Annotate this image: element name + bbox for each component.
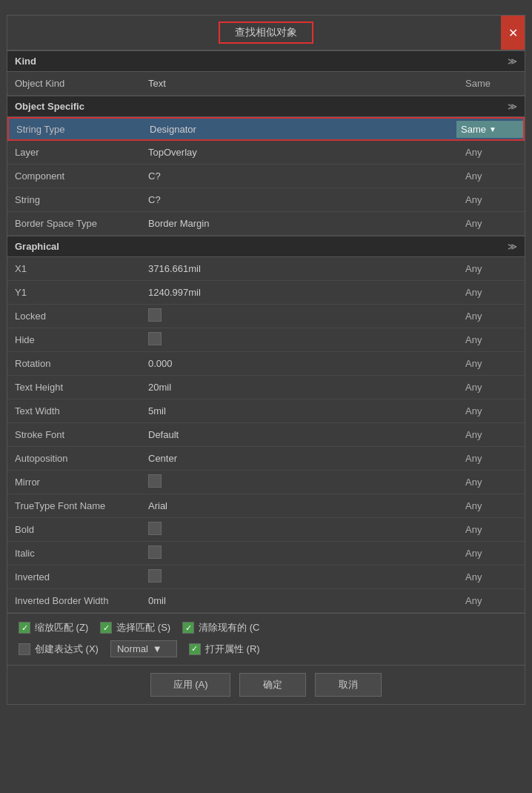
open-props-checkbox[interactable]: ✓ [189,643,201,655]
row-label: Autoposition [7,450,141,467]
table-row-inverted-border-width: Inverted Border Width 0mil Any [7,589,525,613]
clear-existing-check[interactable]: ✓ 清除现有的 (C [182,621,259,634]
select-match-checkbox[interactable]: ✓ [100,622,112,634]
create-expr-checkbox[interactable] [19,643,30,655]
row-qualifier: Any [458,355,525,372]
zoom-match-label: 缩放匹配 (Z) [35,621,88,634]
title-bar: 查找相似对象 ✕ [7,16,525,50]
row-value: 1240.997mil [141,284,458,301]
row-value: Default [141,426,458,443]
row-value-checkbox [141,543,458,564]
row-qualifier: Any [458,284,525,301]
zoom-match-check[interactable]: ✓ 缩放匹配 (Z) [19,621,88,634]
section-graphical: Graphical ≫ [7,236,525,257]
row-value: 20mil [141,379,458,396]
normal-dropdown[interactable]: Normal ▼ [110,640,177,657]
dialog-title: 查找相似对象 [219,21,313,44]
dropdown-value: Normal [117,643,148,654]
table-row-hide: Hide Any [7,328,525,352]
checkbox-locked[interactable] [148,308,162,322]
dropdown-arrow-icon[interactable]: ▼ [489,125,496,133]
row-value: Text [141,75,458,92]
collapse-object-specific-icon[interactable]: ≫ [508,102,517,112]
row-label: Text Width [7,402,141,419]
row-qualifier: Any [458,402,525,419]
row-qualifier-same[interactable]: Same ▼ [456,121,523,138]
collapse-kind-icon[interactable]: ≫ [508,56,517,67]
table-row-truetype-font: TrueType Font Name Arial Any [7,494,525,518]
row-qualifier: Any [458,331,525,348]
row-label: Rotation [7,355,141,372]
row-label: Mirror [7,474,141,491]
row-label: String Type [9,121,142,138]
row-value: Designator [142,121,456,138]
row-value: 0.000 [141,355,458,372]
apply-button[interactable]: 应用 (A) [150,673,231,697]
row-value: C? [141,167,458,185]
row-value: 5mil [141,402,458,419]
table-row-layer: Layer TopOverlay Any [7,141,525,165]
row-qualifier: Any [458,568,525,585]
checkbox-mirror[interactable] [148,474,162,488]
row-label: Locked [7,308,141,325]
table-row-inverted: Inverted Any [7,565,525,589]
row-qualifier: Any [458,426,525,443]
content-area: Kind ≫ Object Kind Text Same Object Spec… [7,50,525,613]
checkbox-italic[interactable] [148,545,162,559]
open-props-check[interactable]: ✓ 打开属性 (R) [189,643,260,656]
row-label: Inverted Border Width [7,592,141,609]
clear-existing-label: 清除现有的 (C [199,621,259,634]
row-label: Inverted [7,568,141,585]
row-label: Text Height [7,379,141,396]
open-props-label: 打开属性 (R) [205,643,260,656]
toolbar-row-2: 创建表达式 (X) Normal ▼ ✓ 打开属性 (R) [19,640,513,657]
ok-button[interactable]: 确定 [239,673,306,697]
table-row-bold: Bold Any [7,518,525,542]
main-dialog: 查找相似对象 ✕ Kind ≫ Object Kind Text Same Ob… [7,15,525,705]
row-label: Hide [7,331,141,348]
cancel-button[interactable]: 取消 [315,673,382,697]
table-row-italic: Italic Any [7,542,525,565]
row-qualifier: Any [458,545,525,562]
table-row-mirror: Mirror Any [7,471,525,494]
row-label: String [7,191,141,208]
table-row-text-height: Text Height 20mil Any [7,376,525,399]
row-value-checkbox [141,305,458,327]
row-label: Component [7,167,141,185]
row-value: Arial [141,497,458,514]
bottom-toolbar: ✓ 缩放匹配 (Z) ✓ 选择匹配 (S) ✓ 清除现有的 (C 创建表达式 (… [7,613,525,665]
create-expr-label: 创建表达式 (X) [35,643,99,656]
table-row-string-type: String Type Designator Same ▼ [7,117,525,141]
table-row-border-space-type: Border Space Type Border Margin Any [7,212,525,236]
checkbox-bold[interactable] [148,522,162,535]
qualifier-label: Same [461,124,486,135]
row-qualifier: Any [458,450,525,467]
row-label: TrueType Font Name [7,497,141,514]
close-button[interactable]: ✕ [501,16,525,50]
checkbox-hide[interactable] [148,332,162,345]
zoom-match-checkbox[interactable]: ✓ [19,622,30,634]
row-value: TopOverlay [141,144,458,161]
checkbox-inverted[interactable] [148,569,162,583]
table-row: Object Kind Text Same [7,72,525,96]
select-match-check[interactable]: ✓ 选择匹配 (S) [100,621,170,634]
collapse-graphical-icon[interactable]: ≫ [508,242,517,252]
section-kind: Kind ≫ [7,50,525,72]
row-qualifier: Any [458,379,525,396]
table-row-x1: X1 3716.661mil Any [7,257,525,281]
row-value-checkbox [141,519,458,540]
section-object-specific-label: Object Specific [15,101,84,112]
row-value-checkbox [141,329,458,351]
table-row-stroke-font: Stroke Font Default Any [7,423,525,447]
row-value-checkbox [141,471,458,493]
row-qualifier: Any [458,521,525,538]
row-label: Layer [7,144,141,161]
clear-existing-checkbox[interactable]: ✓ [182,622,194,634]
table-row-component: Component C? Any [7,165,525,188]
select-match-label: 选择匹配 (S) [116,621,170,634]
create-expr-check[interactable]: 创建表达式 (X) [19,643,99,656]
row-qualifier: Any [458,592,525,609]
row-qualifier: Any [458,260,525,277]
action-buttons-bar: 应用 (A) 确定 取消 [7,665,525,704]
row-qualifier: Any [458,474,525,491]
